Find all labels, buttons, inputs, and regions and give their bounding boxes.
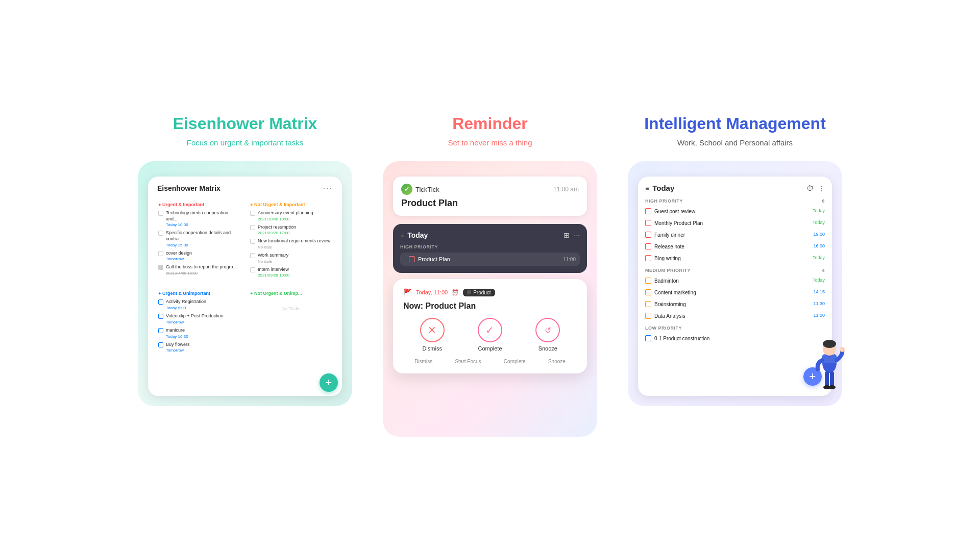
task-checkbox[interactable]	[158, 328, 163, 333]
q2-label: ● Not Urgent & Important	[250, 202, 332, 207]
phone-header: Eisenhower Matrix ···	[155, 184, 335, 193]
more-options-icon[interactable]: ⋮	[818, 184, 825, 192]
bottom-complete[interactable]: Complete	[504, 359, 526, 364]
svg-rect-4	[825, 371, 829, 387]
svg-point-7	[828, 385, 836, 389]
phone-title: Eisenhower Matrix	[157, 184, 220, 192]
phone-screen: ≡ Today ⊞ ··· HIGH PRIORITY Product Plan…	[393, 224, 587, 273]
task-checkbox[interactable]	[645, 243, 651, 249]
task-checkbox[interactable]	[250, 211, 255, 216]
more-icon[interactable]: ···	[323, 184, 333, 193]
list-item: Badminton Today	[645, 276, 825, 285]
add-task-fab[interactable]: +	[320, 373, 338, 392]
high-priority-label: HIGH PRIORITY	[400, 244, 580, 249]
reminder-actions: ✕ Dismiss ✓ Complete ↺ Snooze	[403, 318, 577, 352]
table-row: Anniversary event planning 2021/10/08 10…	[250, 210, 332, 221]
task-checkbox[interactable]	[645, 289, 651, 295]
task-checkbox[interactable]	[250, 253, 255, 258]
table-row: cover design Tomorrow	[158, 251, 240, 262]
high-priority-group: HIGH PRIORITY 6 Guest post review Today …	[645, 198, 825, 263]
list-item: Content marketing 14:15	[645, 288, 825, 297]
reminder-task-name: Now: Product Plan	[403, 302, 577, 311]
card2-background: ✓ TickTick 11:00 am Product Plan ≡ Today…	[383, 161, 597, 437]
task-checkbox[interactable]	[645, 208, 651, 214]
card2-title: Reminder	[452, 114, 528, 133]
dismiss-label: Dismiss	[422, 345, 442, 352]
screen-task-name: Product Plan	[418, 256, 560, 262]
bottom-dismiss[interactable]: Dismiss	[414, 359, 432, 364]
screen-task-time: 11:00	[563, 257, 576, 262]
management-card: Intelligent Management Work, School and …	[628, 114, 842, 406]
high-priority-header: HIGH PRIORITY 6	[645, 198, 825, 204]
q4-label: ● Not Urgent & Unimp...	[250, 291, 332, 296]
card3-subtitle: Work, School and Personal affairs	[677, 138, 793, 147]
task-checkbox[interactable]	[158, 299, 163, 305]
complete-circle: ✓	[478, 318, 502, 342]
bottom-snooze[interactable]: Snooze	[548, 359, 566, 364]
dismiss-circle: ✕	[420, 318, 445, 342]
menu-icon: ≡	[645, 184, 649, 192]
task-checkbox[interactable]	[158, 211, 163, 216]
dots-icon[interactable]: ···	[574, 231, 580, 239]
list-item: 0-1 Product construction	[645, 334, 825, 343]
task-checkbox[interactable]	[645, 301, 651, 307]
task-checkbox[interactable]	[250, 267, 255, 272]
table-row: Intern interview 2021/09/28 10:00	[250, 267, 332, 278]
eisenhower-card: Eisenhower Matrix Focus on urgent & impo…	[138, 114, 352, 406]
task-checkbox[interactable]	[645, 335, 651, 341]
task-checkbox[interactable]	[645, 255, 651, 261]
ticktick-icon: ✓	[401, 184, 412, 195]
snooze-circle: ↺	[535, 318, 560, 342]
task-checkbox[interactable]	[645, 313, 651, 319]
task-checkbox[interactable]	[409, 256, 415, 262]
table-row: Activity Registration Today 9:00	[158, 299, 240, 310]
task-checkbox[interactable]	[158, 231, 163, 236]
table-row: Call the boss to report the progro... 20…	[158, 264, 240, 276]
character-illustration	[812, 335, 847, 396]
table-row: Work summary No date	[250, 253, 332, 264]
medium-priority-group: MEDIUM PRIORITY 4 Badminton Today Conten…	[645, 268, 825, 320]
reminder-popup: 🚩 Today, 11:00 ⏰ Product Now: Product Pl…	[393, 279, 587, 373]
notification-title: Product Plan	[401, 198, 579, 209]
table-row: Technology media cooperation and... Toda…	[158, 210, 240, 227]
reminder-datetime: Today, 11:00	[416, 289, 448, 295]
bottom-startfocus[interactable]: Start Focus	[455, 359, 481, 364]
notification-time: 11:00 am	[553, 186, 579, 193]
low-priority-header: LOW PRIORITY	[645, 325, 825, 331]
task-checkbox[interactable]	[250, 239, 255, 244]
menu-icon: ≡	[400, 231, 404, 239]
screen-today-title: Today	[407, 231, 428, 239]
table-row: Video clip + Post Production Tomorrow	[158, 313, 240, 324]
table-row: Specific cooperation details and contra.…	[158, 230, 240, 247]
task-checkbox[interactable]	[250, 225, 255, 230]
task-checkbox[interactable]	[645, 278, 651, 284]
task-checkbox[interactable]	[158, 251, 163, 256]
dismiss-action[interactable]: ✕ Dismiss	[420, 318, 445, 352]
table-row: New functional requirements review No da…	[250, 238, 332, 249]
list-item: Release note 16:00	[645, 242, 825, 251]
svg-point-3	[840, 347, 845, 352]
reminder-card: Reminder Set to never miss a thing ✓ Tic…	[383, 114, 597, 437]
task-checkbox[interactable]	[645, 232, 651, 238]
timer-icon[interactable]: ⏱	[806, 184, 814, 192]
task-checkbox[interactable]	[158, 342, 163, 347]
grid-icon[interactable]: ⊞	[564, 231, 570, 239]
quadrant-urgent-unimportant: ● Urgent & Unimportant Activity Registra…	[155, 288, 243, 359]
product-tag: Product	[463, 289, 495, 296]
card1-background: Eisenhower Matrix ··· ● Urgent & Importa…	[138, 161, 352, 406]
today-header: ≡ Today ⏱ ⋮	[645, 184, 825, 192]
svg-rect-5	[830, 371, 834, 387]
task-checkbox[interactable]	[158, 314, 163, 319]
quadrant-urgent-important: ● Urgent & Important Technology media co…	[155, 199, 243, 284]
product-dot	[467, 290, 471, 294]
task-checkbox[interactable]	[645, 220, 651, 226]
snooze-action[interactable]: ↺ Snooze	[535, 318, 560, 352]
svg-point-2	[823, 340, 836, 348]
product-label: Product	[473, 290, 491, 295]
medium-priority-header: MEDIUM PRIORITY 4	[645, 268, 825, 273]
high-label: HIGH PRIORITY	[645, 198, 683, 204]
table-row: manicure Today 16:30	[158, 328, 240, 339]
complete-action[interactable]: ✓ Complete	[478, 318, 502, 352]
task-checkbox-done[interactable]	[158, 265, 163, 270]
notification-header: ✓ TickTick 11:00 am	[401, 184, 579, 195]
